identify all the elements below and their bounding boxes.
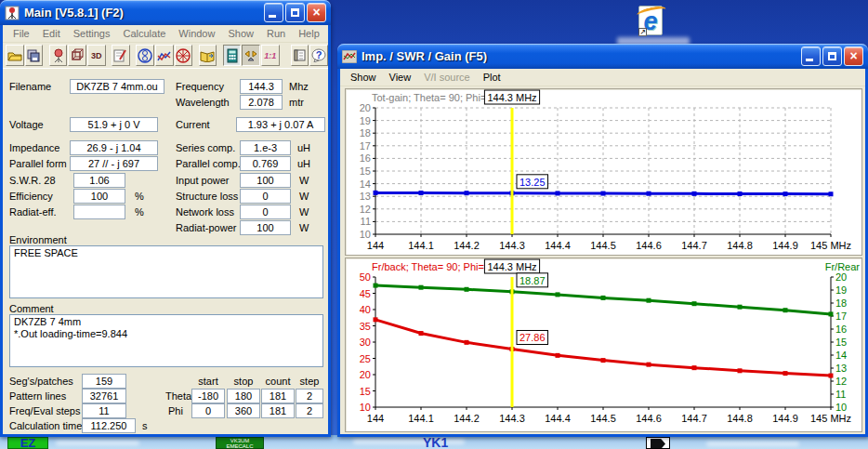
filename-field[interactable]: DK7ZB 7 4mm.ou <box>70 79 164 94</box>
desktop-icon-black[interactable] <box>646 437 670 449</box>
open-book-icon <box>200 49 215 62</box>
parallel-form-label: Parallel form <box>9 158 67 169</box>
theta-label: Theta <box>165 390 191 402</box>
save-button[interactable] <box>25 45 44 66</box>
menu-window[interactable]: Window <box>172 26 221 41</box>
menu-edit[interactable]: Edit <box>36 26 67 41</box>
calculate-button[interactable] <box>223 45 242 66</box>
fr-back-chart-panel[interactable]: Fr/back; Theta= 90; Phi= 180Fr/Rear10152… <box>345 258 862 432</box>
wireframe-box-icon <box>71 48 85 62</box>
svg-text:45: 45 <box>360 288 371 299</box>
fr-back-chart[interactable]: Fr/back; Theta= 90; Phi= 180Fr/Rear10152… <box>346 258 861 431</box>
phi-stop-field[interactable]: 360 <box>227 403 260 418</box>
frequency-field[interactable]: 144.3 <box>240 79 283 94</box>
help-button[interactable]: ? <box>309 45 328 66</box>
gain-window-title: Imp. / SWR / Gain (F5) <box>362 49 801 63</box>
svg-text:20: 20 <box>360 102 371 113</box>
notepad-pencil-icon <box>113 48 127 62</box>
svg-text:10: 10 <box>360 402 371 413</box>
swr-gain-plot-button[interactable] <box>155 45 174 66</box>
theta-start-field[interactable]: -180 <box>191 389 225 403</box>
menu-show-gain[interactable]: Show <box>344 70 383 85</box>
environment-textarea[interactable]: FREE SPACE <box>9 245 323 298</box>
radiat-power-field: 100 <box>240 220 291 235</box>
menu-file[interactable]: File <box>7 26 36 41</box>
geometry-window-button[interactable] <box>49 45 68 66</box>
tot-gain-chart[interactable]: Tot-gain; Theta= 90; Phi= 36010111213141… <box>346 89 861 255</box>
scale-1-1-button[interactable]: 1:1 <box>261 45 280 66</box>
efficiency-unit: % <box>135 191 144 202</box>
svg-text:35: 35 <box>360 321 371 332</box>
phi-start-field[interactable]: 0 <box>191 403 225 418</box>
desktop-icon-ez[interactable]: EZ <box>7 437 48 449</box>
theta-stop-field[interactable]: 180 <box>227 389 260 403</box>
angles-header-count: count <box>261 376 295 387</box>
svg-text:144.4: 144.4 <box>545 413 571 424</box>
phi-step-field[interactable]: 2 <box>296 403 323 418</box>
svg-text:144.6: 144.6 <box>636 240 662 251</box>
input-power-label: Input power <box>176 175 229 186</box>
parallel-form-field: 27 // - j 697 <box>70 156 158 171</box>
main-menubar: File Edit Settings Calculate Window Show… <box>3 25 328 43</box>
far-field-data-button[interactable] <box>199 45 217 66</box>
theta-step-field[interactable]: 2 <box>296 389 323 403</box>
main-window-title: Main [V5.8.1] (F2) <box>24 6 264 20</box>
gain-titlebar[interactable]: Imp. / SWR / Gain (F5) × <box>337 44 868 69</box>
theta-count-field[interactable]: 181 <box>261 389 295 403</box>
parallel-comp-field[interactable]: 0.769 <box>240 156 291 171</box>
edit-nec-button[interactable] <box>112 45 130 66</box>
menu-run[interactable]: Run <box>260 26 292 41</box>
efficiency-label: Efficiency <box>9 191 53 202</box>
svg-text:144.9: 144.9 <box>772 413 798 424</box>
svg-text:144.1: 144.1 <box>408 413 434 424</box>
menu-help[interactable]: Help <box>292 26 326 41</box>
current-label: Current <box>176 119 210 130</box>
1-1-icon: 1:1 <box>264 51 276 60</box>
svg-text:145 MHz: 145 MHz <box>810 240 851 251</box>
structure-loss-unit: W <box>299 191 309 202</box>
internet-explorer-shortcut-icon[interactable]: e ↗ <box>635 6 668 41</box>
parallel-comp-label: Parallel comp. <box>176 158 241 169</box>
desktop-icon-vk[interactable]: YK1 <box>423 437 469 449</box>
menu-calculate[interactable]: Calculate <box>116 26 172 41</box>
reference-book-button[interactable] <box>291 45 309 66</box>
phi-count-field[interactable]: 181 <box>261 403 295 418</box>
calculator-icon <box>227 48 238 63</box>
svg-text:20: 20 <box>360 369 371 380</box>
input-power-field[interactable]: 100 <box>240 173 291 188</box>
far-field-pattern-button[interactable] <box>175 45 193 66</box>
main-titlebar[interactable]: Main [V5.8.1] (F2) × <box>0 0 331 25</box>
gain-minimize-button[interactable] <box>801 46 821 66</box>
maximize-button[interactable] <box>285 3 305 22</box>
geometry-3d-button[interactable] <box>68 45 86 66</box>
svg-text:18: 18 <box>360 127 371 139</box>
minimize-button[interactable] <box>264 3 283 22</box>
svg-text:15: 15 <box>360 386 371 397</box>
radiat-power-unit: W <box>299 222 309 233</box>
svg-text:13: 13 <box>360 191 371 202</box>
svg-text:13.25: 13.25 <box>519 177 546 188</box>
series-comp-field[interactable]: 1.e-3 <box>240 140 291 155</box>
angles-header-stop: stop <box>227 376 260 387</box>
radiat-eff-label: Radiat-eff. <box>9 206 57 218</box>
comment-textarea[interactable]: DK7ZB 7 4mm *.Out loading-time=9.844 <box>9 314 323 367</box>
swr-field: 1.06 <box>73 173 125 188</box>
svg-text:12: 12 <box>360 204 371 215</box>
desktop-icon-emecalc[interactable]: VK3UM EMECALC <box>216 437 264 449</box>
svg-text:144: 144 <box>367 413 384 424</box>
svg-text:10: 10 <box>360 229 371 240</box>
sweep-arrows-button[interactable] <box>242 45 260 66</box>
gain-close-button[interactable]: × <box>844 46 863 66</box>
tot-gain-chart-panel[interactable]: Tot-gain; Theta= 90; Phi= 36010111213141… <box>345 88 862 256</box>
menu-settings[interactable]: Settings <box>67 26 117 41</box>
svg-text:144.2: 144.2 <box>454 413 480 424</box>
gain-maximize-button[interactable] <box>822 46 842 66</box>
svg-text:144.3 MHz: 144.3 MHz <box>487 92 536 103</box>
menu-show[interactable]: Show <box>221 26 260 41</box>
open-file-button[interactable] <box>6 45 24 66</box>
3d-viewer-button[interactable]: 3D <box>87 45 106 66</box>
menu-view[interactable]: View <box>383 70 418 85</box>
impedance-plot-button[interactable] <box>136 45 154 66</box>
menu-plot[interactable]: Plot <box>477 70 507 85</box>
close-button[interactable]: × <box>307 3 326 22</box>
